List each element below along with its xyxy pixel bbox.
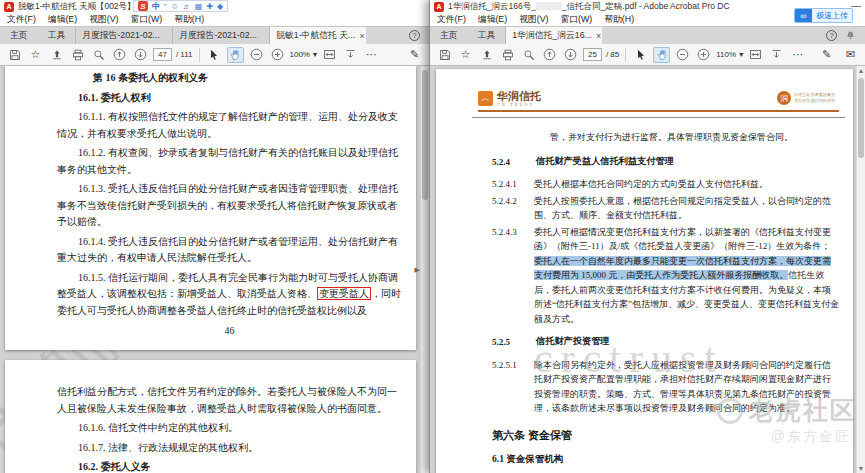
tab-tools[interactable]: 工具 bbox=[468, 27, 506, 44]
bell-icon[interactable] bbox=[845, 30, 856, 41]
save-button[interactable] bbox=[6, 47, 23, 63]
star-button[interactable]: ☆ bbox=[457, 47, 474, 63]
doc-tab-monthly-report-2[interactable]: 月度报告-2021-02... bbox=[172, 27, 269, 44]
menu-edit[interactable]: 编辑(E) bbox=[478, 14, 507, 26]
sogou-input-icon[interactable]: S bbox=[138, 1, 148, 11]
arrow-up-icon bbox=[543, 48, 556, 61]
share-upload-button[interactable] bbox=[478, 47, 495, 63]
zoom-in-button[interactable] bbox=[695, 47, 712, 63]
hand-tool-button[interactable] bbox=[227, 47, 244, 63]
fit-width-button[interactable] bbox=[747, 47, 764, 63]
ime-skin-icon[interactable]: ✚ bbox=[206, 2, 213, 11]
ime-mode-chinese[interactable]: 中 bbox=[152, 1, 160, 12]
right-scrollbar-thumb[interactable] bbox=[858, 78, 864, 158]
doc-tab-monthly-report-1[interactable]: 月度报告-2021-02... bbox=[75, 27, 172, 44]
fit-width-button[interactable] bbox=[321, 47, 338, 63]
left-scrollbar-thumb[interactable] bbox=[422, 70, 428, 200]
menu-window[interactable]: 窗口(W) bbox=[130, 14, 162, 26]
print-button[interactable] bbox=[69, 47, 86, 63]
page-number-input[interactable]: 47 bbox=[153, 48, 172, 61]
menu-window[interactable]: 窗口(W) bbox=[560, 14, 592, 26]
select-tool-button[interactable] bbox=[632, 47, 649, 63]
menu-file[interactable]: 文件(F) bbox=[7, 14, 36, 26]
ime-voice-icon[interactable]: ♬ bbox=[183, 2, 191, 11]
doc-tab-active-contract[interactable]: 脱敏1-中航信托 天... × bbox=[269, 27, 366, 44]
redacted-title-segment bbox=[536, 2, 562, 10]
zoom-out-button[interactable] bbox=[248, 47, 265, 63]
ime-emoji-icon[interactable]: ☺ bbox=[171, 2, 179, 11]
tab-home[interactable]: 主页 bbox=[430, 27, 468, 44]
print-button[interactable] bbox=[499, 47, 516, 63]
page-controls-button[interactable] bbox=[768, 47, 785, 63]
clause-16-1-4: 16.1.4. 受托人违反信托目的处分信托财产或者管理运用、处分信托财产有重大过… bbox=[57, 234, 402, 267]
page-number-input[interactable]: 25 bbox=[583, 48, 602, 61]
help-icon[interactable]: ? bbox=[409, 30, 420, 41]
clause-5-2-4-3: 5.2.4.3 委托人可根据情况变更信托利益支付方案，以新签署的《信托利益支付变… bbox=[492, 225, 839, 327]
help-icon[interactable]: ? bbox=[826, 30, 837, 41]
menu-view[interactable]: 视图(V) bbox=[519, 14, 548, 26]
clause-continued-line: 管，并对支付行为进行监督。具体管理职责见资金保管合同。 bbox=[550, 130, 839, 145]
acrobat-window-left: A 脱敏1-中航信托 天顺【002号】家庆信托之信托合同-2 S 中 ” ☺ ♬… bbox=[0, 0, 429, 473]
ime-keyboard-icon[interactable]: ▦ bbox=[195, 2, 203, 11]
right-document-area[interactable]: ︿ 华润信托 CR TRUST 润 以信之名 托举美好事业 笃自信为 践行信托信… bbox=[430, 66, 865, 473]
save-button[interactable] bbox=[436, 47, 453, 63]
upload-icon bbox=[51, 49, 63, 61]
menu-edit[interactable]: 编辑(E) bbox=[48, 14, 77, 26]
previous-page-button[interactable] bbox=[111, 47, 128, 63]
fill-sign-pen-button[interactable]: ✎ bbox=[406, 47, 423, 63]
ime-punctuation-icon[interactable]: ” bbox=[164, 2, 167, 11]
arrow-up-icon bbox=[113, 48, 126, 61]
menu-view[interactable]: 视图(V) bbox=[89, 14, 118, 26]
cloud-upload-overlay-button[interactable]: ∞ 极速上传 bbox=[794, 8, 853, 23]
star-button[interactable]: ☆ bbox=[27, 47, 44, 63]
menu-help[interactable]: 帮助(H) bbox=[174, 14, 204, 26]
page-controls-button[interactable] bbox=[342, 47, 359, 63]
right-vertical-scrollbar[interactable]: ▲ ▼ bbox=[856, 66, 865, 473]
letterhead-rule bbox=[478, 110, 839, 112]
scroll-down-icon[interactable]: ▼ bbox=[857, 465, 865, 472]
pdf-page-47: 信托利益分配方式，信托文件另有约定的除外。若委托人与被保险人不为同一人且被保险人… bbox=[5, 360, 416, 473]
left-vertical-scrollbar[interactable] bbox=[420, 66, 429, 473]
page-number-46: 46 bbox=[57, 323, 402, 340]
find-button[interactable] bbox=[520, 47, 537, 63]
share-upload-button[interactable] bbox=[48, 47, 65, 63]
zoom-in-button[interactable] bbox=[269, 47, 286, 63]
minus-circle-icon bbox=[250, 48, 263, 61]
chevron-down-icon: ▾ bbox=[739, 50, 743, 59]
zoom-level-dropdown[interactable]: 110% ▾ bbox=[716, 50, 743, 59]
acrobat-app-icon: A bbox=[4, 2, 14, 12]
clause-16-1-5-continued: 信托利益分配方式，信托文件另有约定的除外。若委托人与被保险人不为同一人且被保险人… bbox=[57, 384, 402, 417]
panel-toggle-arrow-icon[interactable]: ▶ bbox=[415, 266, 420, 274]
menu-help[interactable]: 帮助(H) bbox=[604, 14, 634, 26]
scroll-up-icon[interactable]: ▲ bbox=[857, 67, 865, 74]
ime-toolbar[interactable]: S 中 ” ☺ ♬ ▦ ✚ ◆ bbox=[133, 0, 228, 12]
upload-label: 极速上传 bbox=[812, 9, 852, 22]
search-icon bbox=[523, 49, 535, 61]
zoom-level-value: 110% bbox=[716, 50, 736, 59]
next-page-button[interactable] bbox=[132, 47, 149, 63]
select-tool-button[interactable] bbox=[206, 47, 223, 63]
find-button[interactable] bbox=[90, 47, 107, 63]
left-toolbar: ☆ 47 / 111 100% ▾ bbox=[0, 44, 429, 66]
next-page-button[interactable] bbox=[562, 47, 579, 63]
page-total-label: / 111 bbox=[176, 50, 193, 59]
more-tools-button[interactable]: ⋯ bbox=[789, 47, 806, 63]
fill-sign-pen-button[interactable]: ✎ bbox=[818, 47, 835, 63]
tab-home[interactable]: 主页 bbox=[0, 27, 38, 44]
tab-tools[interactable]: 工具 bbox=[38, 27, 76, 44]
doc-tab-active-crt-contract[interactable]: 1华润信托_润云16... × bbox=[505, 27, 602, 44]
arrow-down-icon bbox=[564, 48, 577, 61]
hand-tool-button[interactable] bbox=[653, 47, 670, 63]
previous-page-button[interactable] bbox=[541, 47, 558, 63]
more-tools-button[interactable]: ⋯ bbox=[363, 47, 380, 63]
send-mail-button[interactable]: ✉ bbox=[842, 47, 859, 63]
zoom-level-dropdown[interactable]: 100% ▾ bbox=[290, 50, 317, 59]
close-tab-icon[interactable]: × bbox=[596, 31, 601, 41]
left-document-area[interactable]: 中航信托 中航信托 第 16 条委托人的权利义务 16.1. 委托人权利 16.… bbox=[0, 66, 429, 473]
clause-5-2-4-heading: 5.2.4 信托财产受益人信托利益支付管理 bbox=[492, 155, 839, 170]
menu-file[interactable]: 文件(F) bbox=[437, 14, 466, 26]
blue-text-highlight: 委托人在一个自然年度内最多只能变更一次信托利益支付方案，每次变更需支付费用为 1… bbox=[534, 256, 831, 281]
close-tab-icon[interactable]: × bbox=[359, 31, 364, 41]
ime-toolbox-icon[interactable]: ◆ bbox=[217, 2, 223, 11]
zoom-out-button[interactable] bbox=[674, 47, 691, 63]
